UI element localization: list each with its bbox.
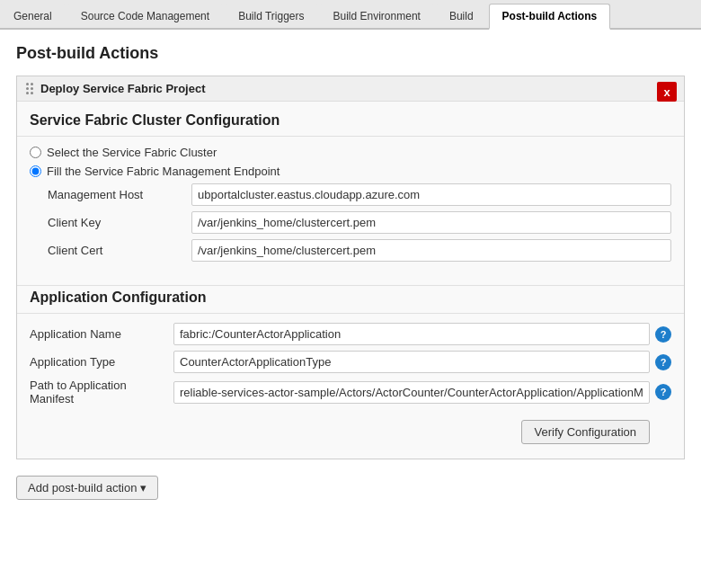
radio-fill-endpoint[interactable]: Fill the Service Fabric Management Endpo… xyxy=(30,165,671,178)
app-config-content: Application Name ? Application Type ? Pa… xyxy=(17,323,684,459)
tab-environment[interactable]: Build Environment xyxy=(320,4,434,28)
app-manifest-row: Path to Application Manifest ? xyxy=(30,379,671,405)
app-name-label: Application Name xyxy=(30,327,173,341)
app-type-input[interactable] xyxy=(173,351,650,373)
management-host-input[interactable] xyxy=(191,183,671,206)
close-deploy-button[interactable]: x xyxy=(657,82,677,102)
deploy-block: Deploy Service Fabric Project x Service … xyxy=(16,76,685,459)
app-manifest-input[interactable] xyxy=(173,381,650,404)
deploy-header: Deploy Service Fabric Project x xyxy=(17,76,684,102)
app-config-title: Application Configuration xyxy=(17,285,684,314)
endpoint-fields: Management Host Client Key Client Cert xyxy=(30,183,671,262)
dropdown-arrow-icon: ▾ xyxy=(140,481,146,494)
app-name-help-icon[interactable]: ? xyxy=(655,326,671,343)
radio-fill-input[interactable] xyxy=(30,165,41,177)
tab-postbuild[interactable]: Post-build Actions xyxy=(489,4,611,30)
radio-select-cluster[interactable]: Select the Service Fabric Cluster xyxy=(30,146,671,159)
app-config-section: Application Configuration Application Na… xyxy=(17,285,684,459)
service-fabric-content: Select the Service Fabric Cluster Fill t… xyxy=(17,146,684,278)
drag-handle[interactable] xyxy=(26,83,33,94)
service-fabric-title: Service Fabric Cluster Configuration xyxy=(17,102,684,137)
app-name-input[interactable] xyxy=(173,323,650,345)
management-host-row: Management Host xyxy=(48,183,671,206)
deploy-block-title: Deploy Service Fabric Project xyxy=(40,82,206,95)
app-type-help-icon[interactable]: ? xyxy=(655,354,671,370)
add-action-label: Add post-build action xyxy=(28,481,137,494)
add-postbuild-action-button[interactable]: Add post-build action ▾ xyxy=(16,476,158,500)
tab-general[interactable]: General xyxy=(0,4,66,28)
radio-select-input[interactable] xyxy=(30,147,41,158)
tab-scm[interactable]: Source Code Management xyxy=(67,4,223,28)
management-host-label: Management Host xyxy=(48,188,191,201)
app-manifest-help-icon[interactable]: ? xyxy=(655,384,671,400)
app-type-row: Application Type ? xyxy=(30,351,671,373)
app-name-row: Application Name ? xyxy=(30,323,671,345)
verify-configuration-button[interactable]: Verify Configuration xyxy=(521,420,650,444)
tab-build[interactable]: Build xyxy=(436,4,487,28)
radio-fill-label: Fill the Service Fabric Management Endpo… xyxy=(47,165,280,178)
tab-bar: General Source Code Management Build Tri… xyxy=(0,0,701,30)
client-cert-label: Client Cert xyxy=(48,244,191,257)
main-content: Post-build Actions Deploy Service Fabric… xyxy=(0,30,701,588)
radio-select-label: Select the Service Fabric Cluster xyxy=(47,146,217,159)
client-key-row: Client Key xyxy=(48,211,671,234)
app-manifest-label: Path to Application Manifest xyxy=(30,379,173,405)
client-cert-row: Client Cert xyxy=(48,239,671,262)
service-fabric-section: Service Fabric Cluster Configuration Sel… xyxy=(17,102,684,278)
client-key-input[interactable] xyxy=(191,211,671,234)
tab-triggers[interactable]: Build Triggers xyxy=(225,4,317,28)
client-cert-input[interactable] xyxy=(191,239,671,262)
app-type-label: Application Type xyxy=(30,355,173,369)
page-title: Post-build Actions xyxy=(16,44,685,63)
client-key-label: Client Key xyxy=(48,216,191,229)
